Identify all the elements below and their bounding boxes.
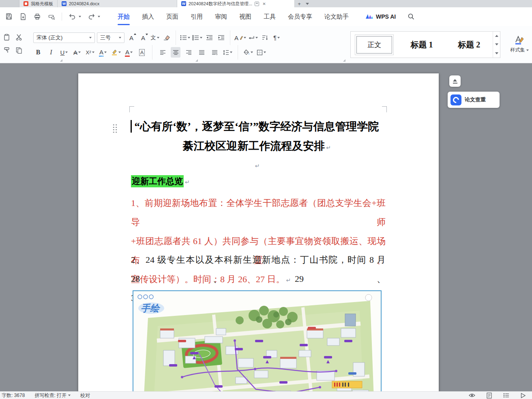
font-size-select[interactable]: 三号 xyxy=(97,32,124,43)
increase-indent-icon xyxy=(218,35,225,41)
style-heading1[interactable]: 标题 1 xyxy=(398,32,446,58)
page-view-icon[interactable] xyxy=(486,392,492,399)
increase-indent-button[interactable] xyxy=(216,32,226,43)
search-button[interactable] xyxy=(406,12,416,21)
new-tab-button[interactable]: + xyxy=(295,0,304,7)
tab-member[interactable]: 会员专享 xyxy=(282,7,318,26)
sort-button[interactable] xyxy=(260,32,270,43)
word-doc-icon: W xyxy=(181,1,186,6)
paragraph-line: 2、24 级专生本以及本科新生迎新地点：丁山书院，时间 8 月 28、29、 xyxy=(131,250,386,288)
format-painter-button[interactable] xyxy=(3,46,11,54)
group-expander-icon[interactable] xyxy=(343,59,345,62)
undo-dropdown-icon[interactable] xyxy=(79,16,81,17)
italic-button[interactable]: I xyxy=(46,47,56,58)
text-tool-button[interactable]: A xyxy=(234,32,246,43)
search-icon xyxy=(408,13,415,20)
redo-dropdown-icon[interactable] xyxy=(98,16,100,17)
toolbar-divider xyxy=(176,30,176,45)
copy-button[interactable] xyxy=(15,46,23,54)
highlight-button[interactable] xyxy=(111,47,121,58)
borders-button[interactable] xyxy=(256,47,266,58)
grow-font-button[interactable]: A xyxy=(127,32,136,43)
eye-protection-icon[interactable] xyxy=(469,392,475,399)
redo-button[interactable] xyxy=(87,13,95,21)
tab-reference[interactable]: 引用 xyxy=(184,7,209,26)
justify-button[interactable] xyxy=(197,47,206,58)
align-right-button[interactable] xyxy=(184,47,193,58)
tab-docx[interactable]: W 20240824.docx xyxy=(58,0,177,7)
show-marks-button[interactable]: ¶ xyxy=(272,32,281,43)
clear-format-button[interactable] xyxy=(162,32,172,43)
superscript-button[interactable]: X² xyxy=(85,47,95,58)
paragraph-drag-handle-icon[interactable] xyxy=(112,124,118,133)
play-view-icon[interactable] xyxy=(520,392,526,399)
shrink-font-button[interactable]: A xyxy=(138,32,148,43)
ribbon-tabs: 开始 插入 页面 引用 审阅 视图 工具 会员专享 论文助手 xyxy=(112,7,355,26)
tab-view[interactable]: 视图 xyxy=(233,7,257,26)
view-controls xyxy=(469,392,526,399)
document-page[interactable]: “心有所‘数’，逐梦至‘信’”数字经济与信息管理学院 綦江校区迎新工作流程及安排… xyxy=(78,73,439,391)
title-line-2: 綦江校区迎新工作流程及安排↵ xyxy=(131,136,382,157)
underline-button[interactable]: U xyxy=(59,47,69,58)
group-expander-icon[interactable] xyxy=(60,59,62,62)
style-normal[interactable]: 正文 xyxy=(351,32,398,58)
tab-review[interactable]: 审阅 xyxy=(209,7,233,26)
word-count[interactable]: 字数: 3678 xyxy=(0,392,30,399)
print-button[interactable] xyxy=(33,13,41,21)
paste-button[interactable] xyxy=(3,33,11,41)
line-spacing-button[interactable] xyxy=(223,47,232,58)
text-effect-button[interactable]: A xyxy=(98,47,108,58)
tab-insert[interactable]: 插入 xyxy=(136,7,160,26)
bold-button[interactable]: B xyxy=(33,47,43,58)
align-left-button[interactable] xyxy=(158,47,167,58)
tab-label: 20240824数字经济与信息管理... xyxy=(189,1,252,7)
highlighted-heading-text: 迎新工作总览 xyxy=(131,175,184,187)
toolbar-divider xyxy=(238,45,238,60)
style-scroll-down-icon[interactable] xyxy=(493,40,500,49)
style-set-icon xyxy=(514,36,525,45)
wps-writer-window: 我格壳模板 W 20240824.docx W 20240824数字经济与信息管… xyxy=(0,0,532,399)
tab-tools[interactable]: 工具 xyxy=(257,7,282,26)
style-gallery-scroll xyxy=(493,32,500,58)
collapse-panel-button[interactable] xyxy=(449,75,461,87)
tab-window-icon[interactable] xyxy=(255,2,259,6)
spell-check-chevron-icon xyxy=(68,395,71,396)
align-center-button[interactable] xyxy=(171,47,180,58)
pinyin-guide-button[interactable]: 文 xyxy=(150,32,160,43)
line-break-button[interactable] xyxy=(248,32,258,43)
char-border-button[interactable]: A xyxy=(137,47,147,58)
style-set-button[interactable]: 样式集 xyxy=(508,31,531,58)
campus-map-image[interactable]: 手绘 xyxy=(133,290,382,391)
font-color-button[interactable]: A xyxy=(124,47,134,58)
strikethrough-button[interactable]: A xyxy=(72,47,82,58)
tab-list-chevron-icon[interactable] xyxy=(304,0,311,7)
undo-button[interactable] xyxy=(68,13,76,21)
print-preview-button[interactable] xyxy=(47,13,56,21)
font-name-value: 宋体 (正文) xyxy=(36,34,62,41)
style-scroll-up-icon[interactable] xyxy=(493,32,500,40)
numbered-list-button[interactable] xyxy=(192,32,202,43)
shading-button[interactable] xyxy=(243,47,253,58)
tab-close-icon[interactable]: ✕ xyxy=(262,2,266,6)
style-heading2[interactable]: 标题 2 xyxy=(445,32,493,58)
save-button[interactable] xyxy=(5,13,13,21)
spell-check-status[interactable]: 拼写检查: 打开 xyxy=(30,392,75,399)
proofread-button[interactable]: 校对 xyxy=(75,392,95,399)
style-gallery-more-icon[interactable] xyxy=(493,49,500,58)
cut-button[interactable] xyxy=(15,33,23,41)
distribute-button[interactable] xyxy=(210,47,219,58)
quick-access-toolbar xyxy=(5,13,100,21)
tab-active-doc[interactable]: W 20240824数字经济与信息管理... ✕ xyxy=(177,0,295,7)
export-pdf-button[interactable] xyxy=(19,13,27,21)
tab-page[interactable]: 页面 xyxy=(160,7,184,26)
group-expander-icon[interactable] xyxy=(195,59,198,62)
wps-ai-button[interactable]: WPS AI xyxy=(365,13,396,20)
bullet-list-button[interactable] xyxy=(180,32,190,43)
tab-template-doc[interactable]: 我格壳模板 xyxy=(19,0,58,7)
font-name-select[interactable]: 宋体 (正文) xyxy=(33,32,95,43)
tab-paper-assistant[interactable]: 论文助手 xyxy=(318,7,355,26)
decrease-indent-button[interactable] xyxy=(204,32,214,43)
tab-home[interactable]: 开始 xyxy=(112,7,136,26)
outline-view-icon[interactable] xyxy=(503,392,509,399)
paper-check-button[interactable]: 论文查重 xyxy=(448,92,500,108)
